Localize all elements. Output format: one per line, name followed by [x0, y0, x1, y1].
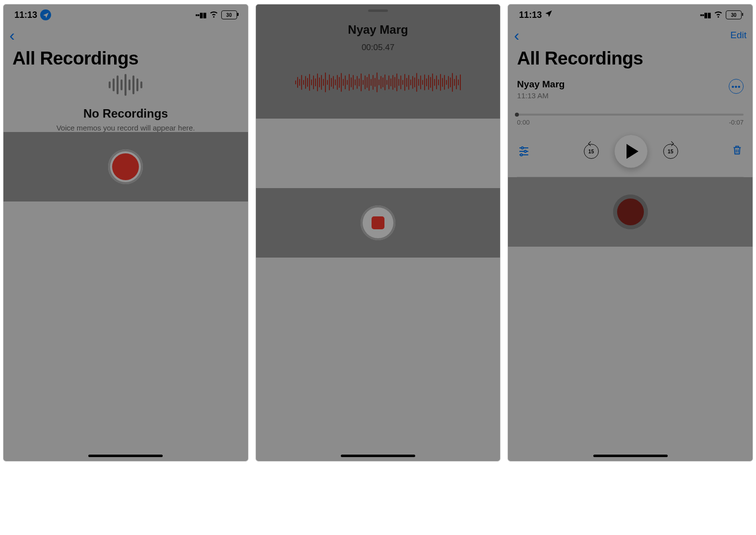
- recording-list-item[interactable]: Nyay Marg 11:13 AM ••• 0:00 -0:07: [508, 74, 753, 177]
- scrubber-knob[interactable]: [515, 113, 519, 117]
- home-indicator[interactable]: [593, 455, 668, 457]
- elapsed-time: 0:00: [517, 119, 529, 126]
- panel-2-recording-in-progress: 11:13 ▪▪▮▮ 30 ‹ All Recordings Nyay Marg…: [255, 4, 501, 462]
- recording-elapsed-time: 00:05.47: [362, 43, 394, 53]
- location-active-icon: [40, 9, 51, 20]
- back-button[interactable]: ‹: [514, 27, 519, 43]
- status-time: 11:13: [14, 10, 37, 20]
- record-button[interactable]: [613, 195, 648, 229]
- delete-button[interactable]: [732, 144, 743, 159]
- status-bar: 11:13 ▪▪▮▮ 30: [508, 4, 753, 25]
- empty-state: No Recordings Voice memos you record wil…: [3, 74, 248, 132]
- stop-record-button[interactable]: [361, 205, 395, 240]
- record-tray: [508, 177, 753, 247]
- empty-subtitle: Voice memos you record will appear here.: [57, 124, 195, 132]
- play-button[interactable]: [615, 135, 647, 168]
- edit-button[interactable]: Edit: [730, 30, 747, 41]
- svg-point-5: [520, 154, 522, 156]
- record-tray: [256, 188, 501, 258]
- more-options-button[interactable]: •••: [729, 79, 744, 94]
- recording-title: Nyay Marg: [517, 79, 565, 90]
- battery-icon: 30: [221, 10, 237, 19]
- playback-settings-button[interactable]: [518, 144, 530, 158]
- live-waveform: [255, 67, 501, 97]
- page-title: All Recordings: [508, 45, 753, 74]
- home-indicator[interactable]: [88, 455, 163, 457]
- svg-point-3: [524, 150, 526, 152]
- home-indicator[interactable]: [341, 455, 415, 457]
- recording-timestamp: 11:13 AM: [517, 91, 565, 100]
- skip-back-15-button[interactable]: 15: [584, 144, 599, 159]
- remaining-time: -0:07: [729, 119, 744, 126]
- svg-point-1: [521, 147, 523, 149]
- scrubber-track[interactable]: [517, 114, 744, 116]
- waveform-icon: [109, 74, 142, 96]
- page-title: All Recordings: [3, 45, 248, 74]
- recording-name: Nyay Marg: [348, 23, 408, 37]
- play-icon: [627, 144, 638, 159]
- recording-sheet[interactable]: Nyay Marg 00:05.47: [256, 4, 501, 119]
- battery-icon: 30: [726, 10, 742, 19]
- wifi-icon: [209, 9, 218, 21]
- panel-1-no-recordings: 11:13 ▪▪▮▮ 30 ‹ All Recordings No Reco: [3, 4, 249, 462]
- status-time: 11:13: [519, 10, 542, 20]
- record-button[interactable]: [108, 149, 143, 184]
- location-icon: [545, 9, 553, 19]
- back-button[interactable]: ‹: [9, 27, 15, 43]
- sheet-drag-handle[interactable]: [368, 9, 388, 12]
- wifi-icon: [714, 9, 723, 21]
- panel-3-playback: 11:13 ▪▪▮▮ 30 ‹ Edit All Recordings Nyay…: [507, 4, 753, 462]
- cellular-signal-icon: ▪▪▮▮: [700, 11, 711, 19]
- cellular-signal-icon: ▪▪▮▮: [195, 11, 206, 19]
- status-bar: 11:13 ▪▪▮▮ 30: [3, 4, 248, 25]
- skip-forward-15-button[interactable]: 15: [663, 144, 678, 159]
- record-tray: [3, 132, 248, 201]
- empty-title: No Recordings: [83, 107, 168, 121]
